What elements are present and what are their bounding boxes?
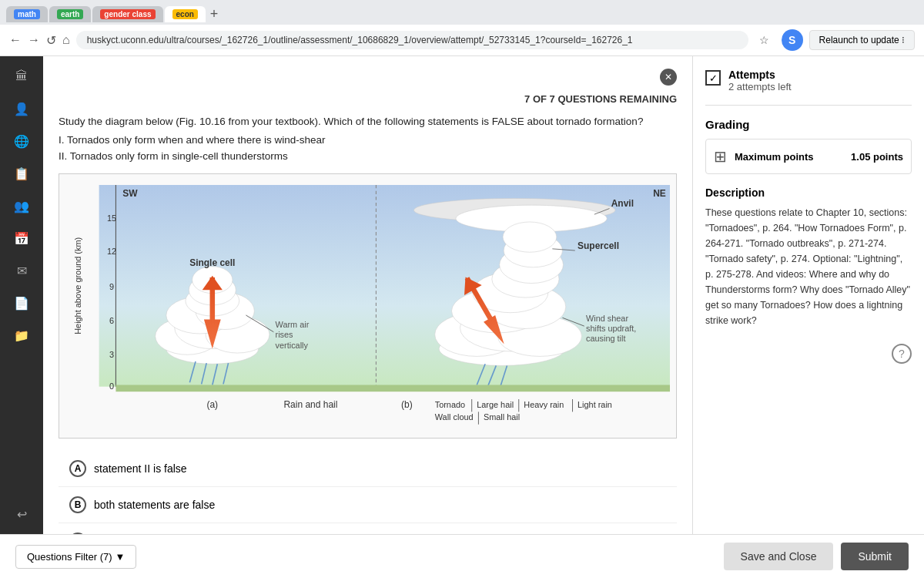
svg-text:Height above ground (km): Height above ground (km) bbox=[73, 237, 82, 334]
grid-icon: ⊞ bbox=[714, 147, 727, 166]
tab-math[interactable]: math bbox=[6, 6, 48, 22]
svg-text:SW: SW bbox=[122, 188, 138, 199]
sidebar-icon-folder[interactable]: 📁 bbox=[8, 321, 35, 349]
svg-text:12: 12 bbox=[107, 247, 116, 256]
sidebar-icon-mail[interactable]: ✉ bbox=[8, 257, 35, 284]
bookmark-icon[interactable]: ☆ bbox=[759, 34, 769, 46]
svg-text:vertically: vertically bbox=[276, 340, 309, 349]
tab-earth-badge: earth bbox=[57, 9, 83, 19]
tab-earth[interactable]: earth bbox=[49, 6, 91, 22]
choice-b-circle: B bbox=[69, 496, 86, 513]
svg-text:(b): (b) bbox=[401, 399, 413, 410]
description-title: Description bbox=[705, 187, 912, 199]
tab-gender-badge: gender class bbox=[100, 9, 155, 19]
tab-math-badge: math bbox=[14, 9, 40, 19]
choice-b-text: both statements are false bbox=[94, 499, 215, 511]
question-text: Study the diagram below (Fig. 10.16 from… bbox=[59, 114, 677, 164]
svg-text:Warm air: Warm air bbox=[276, 320, 310, 329]
choice-a-text: statement II is false bbox=[94, 462, 187, 475]
attempts-label: Attempts bbox=[728, 69, 792, 81]
user-avatar[interactable]: S bbox=[782, 29, 803, 51]
questions-remaining: 7 OF 7 QUESTIONS REMAINING bbox=[59, 93, 677, 105]
svg-text:Large hail: Large hail bbox=[477, 400, 514, 409]
choice-b[interactable]: B both statements are false bbox=[59, 487, 677, 523]
sidebar-icon-calendar[interactable]: 📅 bbox=[8, 224, 35, 252]
home-button[interactable]: ⌂ bbox=[62, 33, 70, 47]
new-tab-button[interactable]: + bbox=[210, 6, 219, 22]
svg-text:0: 0 bbox=[109, 381, 114, 391]
svg-rect-58 bbox=[116, 385, 670, 391]
svg-text:Wall cloud: Wall cloud bbox=[435, 412, 474, 422]
forward-button[interactable]: → bbox=[28, 33, 40, 47]
questions-filter-button[interactable]: Questions Filter (7) ▼ bbox=[15, 545, 136, 569]
svg-text:Wind shear: Wind shear bbox=[586, 313, 628, 322]
svg-point-45 bbox=[503, 222, 557, 252]
max-points-value: 1.05 points bbox=[851, 151, 903, 163]
sidebar: 🏛 👤 🌐 📋 👥 📅 ✉ 📄 📁 ↩ bbox=[0, 56, 43, 534]
relaunch-button[interactable]: Relaunch to update ⁝ bbox=[809, 30, 915, 50]
attempts-section: ✓ Attempts 2 attempts left bbox=[705, 69, 912, 106]
reload-button[interactable]: ↺ bbox=[46, 33, 56, 48]
svg-text:shifts updraft,: shifts updraft, bbox=[586, 323, 636, 332]
choice-c-circle: C bbox=[69, 533, 86, 534]
svg-text:(a): (a) bbox=[206, 399, 218, 410]
choice-a-circle: A bbox=[69, 460, 86, 477]
grading-title: Grading bbox=[705, 118, 912, 131]
tab-econ-badge: econ bbox=[172, 9, 198, 19]
sidebar-icon-globe[interactable]: 🌐 bbox=[8, 127, 35, 155]
max-points-row: ⊞ Maximum points 1.05 points bbox=[705, 139, 912, 174]
diagram-svg: 0 3 6 9 12 15 Height above ground (km) S… bbox=[65, 185, 670, 428]
svg-text:Rain and hail: Rain and hail bbox=[283, 399, 337, 410]
svg-text:NE: NE bbox=[653, 188, 666, 199]
chevron-down-icon: ▼ bbox=[116, 551, 126, 563]
svg-text:Supercell: Supercell bbox=[578, 240, 619, 251]
sidebar-icon-doc[interactable]: 📄 bbox=[8, 289, 35, 317]
svg-text:Tornado: Tornado bbox=[435, 400, 465, 409]
svg-text:Heavy rain: Heavy rain bbox=[524, 400, 564, 409]
diagram-container: 0 3 6 9 12 15 Height above ground (km) S… bbox=[59, 173, 677, 439]
max-points-label: Maximum points bbox=[735, 151, 843, 163]
tab-econ[interactable]: econ bbox=[165, 6, 206, 22]
tab-gender[interactable]: gender class bbox=[92, 6, 162, 22]
answer-choices: A statement II is false B both statement… bbox=[59, 451, 677, 534]
choice-a[interactable]: A statement II is false bbox=[59, 451, 677, 487]
svg-text:Single cell: Single cell bbox=[189, 257, 235, 267]
tab-bar: math earth gender class econ + bbox=[0, 0, 924, 25]
bottom-bar: Questions Filter (7) ▼ Save and Close Su… bbox=[0, 534, 924, 578]
url-bar[interactable]: huskyct.uconn.edu/ultra/courses/_162726_… bbox=[76, 31, 748, 49]
grading-section: Grading ⊞ Maximum points 1.05 points bbox=[705, 118, 912, 174]
svg-text:Anvil: Anvil bbox=[611, 198, 634, 209]
sidebar-icon-home[interactable]: 🏛 bbox=[8, 62, 35, 90]
quiz-panel: ✕ 7 OF 7 QUESTIONS REMAINING Study the d… bbox=[43, 56, 693, 534]
back-button[interactable]: ← bbox=[9, 33, 22, 47]
choice-c[interactable]: C statement I is false bbox=[59, 523, 677, 534]
close-button[interactable]: ✕ bbox=[660, 69, 677, 86]
sidebar-icon-profile[interactable]: 👤 bbox=[8, 95, 35, 123]
attempts-count: 2 attempts left bbox=[728, 81, 792, 92]
right-panel: ✓ Attempts 2 attempts left Grading ⊞ Max… bbox=[693, 56, 924, 534]
bottom-actions: Save and Close Submit bbox=[724, 543, 909, 570]
save-and-close-button[interactable]: Save and Close bbox=[724, 543, 834, 570]
svg-text:Light rain: Light rain bbox=[578, 400, 612, 409]
sidebar-icon-back[interactable]: ↩ bbox=[8, 500, 35, 528]
sidebar-icon-group[interactable]: 👥 bbox=[8, 192, 35, 220]
sidebar-icon-clipboard[interactable]: 📋 bbox=[8, 160, 35, 187]
submit-button[interactable]: Submit bbox=[841, 543, 909, 570]
checkbox-icon: ✓ bbox=[705, 70, 721, 86]
help-icon[interactable]: ? bbox=[892, 344, 912, 364]
svg-text:9: 9 bbox=[109, 282, 114, 291]
svg-text:6: 6 bbox=[109, 316, 114, 325]
svg-text:rises: rises bbox=[276, 330, 294, 339]
svg-text:3: 3 bbox=[109, 349, 114, 358]
svg-text:15: 15 bbox=[107, 213, 116, 223]
description-section: Description These questions relate to Ch… bbox=[705, 187, 912, 328]
svg-text:causing tilt: causing tilt bbox=[586, 334, 625, 343]
description-text: These questions relate to Chapter 10, se… bbox=[705, 205, 912, 328]
nav-bar: ← → ↺ ⌂ huskyct.uconn.edu/ultra/courses/… bbox=[0, 25, 924, 56]
svg-text:Small hail: Small hail bbox=[484, 412, 520, 422]
